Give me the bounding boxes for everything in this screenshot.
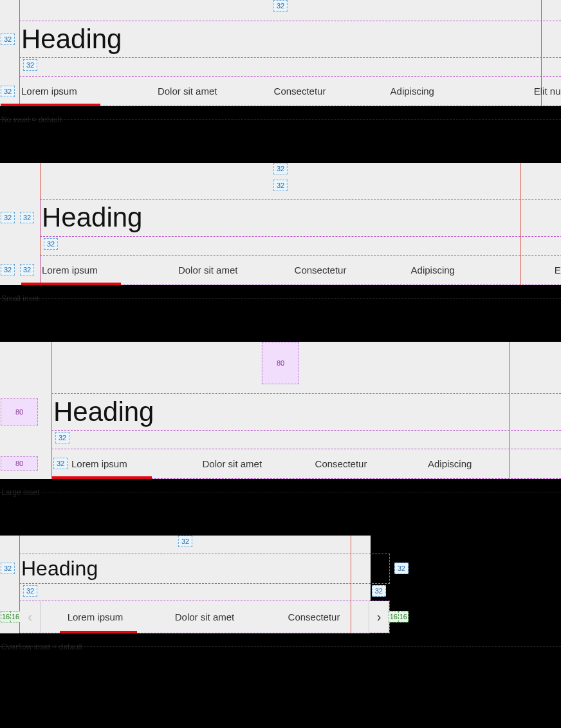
spacing-badge-right: 32 [394, 563, 409, 574]
spacing-badge-arrow-right-inner: 16 [389, 611, 399, 622]
tab-3[interactable]: Consectetur [259, 608, 369, 626]
tabs-row: 32 32 Lorem ipsum Dolor sit amet Consect… [40, 255, 561, 285]
active-tab-underline [1, 104, 100, 106]
spacing-badge-left: 32 [1, 33, 15, 45]
page-heading: Heading [20, 557, 389, 581]
example-caption-2: Small inset [0, 290, 561, 342]
example-caption-3: Large inset [0, 484, 561, 536]
spacing-badge-top-inner: 32 [273, 180, 288, 191]
tab-2[interactable]: Dolor sit amet [178, 454, 286, 473]
tabs-scroll-left[interactable]: ‹ [20, 601, 41, 633]
tab-3[interactable]: Consectetur [286, 454, 395, 473]
example-caption-1: No inset = default [0, 111, 561, 163]
spacing-badge-tabs-left: 32 [1, 86, 15, 97]
spacing-badge-left-inner: 32 [20, 212, 34, 223]
page-heading: Heading [52, 397, 561, 427]
tab-2[interactable]: Dolor sit amet [150, 608, 259, 626]
active-tab-underline [60, 631, 137, 633]
spacing-badge-left: 32 [1, 563, 15, 574]
active-tab-underline [52, 476, 152, 479]
spacing-badge-arrow-left-inner: 16 [10, 611, 21, 622]
tab-1[interactable]: Lorem ipsum [52, 454, 178, 473]
spacing-badge-left: 80 [1, 398, 38, 425]
tabs-row: 32 Lorem ipsum Dolor sit amet Consectetu… [19, 76, 561, 106]
spacing-badge-inner-left: 32 [44, 238, 58, 250]
spacing-badge-tabs-left-outer: 80 [1, 456, 38, 471]
tab-1[interactable]: Lorem ipsum [41, 608, 150, 626]
page-heading: Heading [20, 24, 561, 55]
chevron-right-icon: › [377, 610, 382, 624]
tabs-row: 80 32 Lorem ipsum Dolor sit amet Consect… [51, 449, 561, 479]
tab-3[interactable]: Consectetur [264, 261, 377, 279]
tab-1[interactable]: Lorem ipsum [20, 82, 131, 100]
chevron-left-icon: ‹ [28, 610, 32, 624]
spacing-badge-inner-left: 32 [23, 585, 37, 597]
spacing-badge-left-outer: 32 [1, 212, 15, 223]
spacing-badge-tabs-left-outer: 32 [1, 264, 15, 275]
spacing-badge-inner-right: 32 [372, 585, 386, 597]
spacing-badge-arrow-left-outer: 16 [1, 611, 11, 622]
spacing-badge-top-outer: 32 [273, 163, 288, 174]
spacing-badge-inner-left: 32 [23, 59, 37, 71]
tabs-row-overflow: 16 16 ‹ Lorem ipsum Dolor sit amet Conse… [19, 601, 390, 633]
tab-4[interactable]: Adipiscing [376, 261, 489, 279]
tab-5[interactable]: Elit nullam [489, 261, 561, 279]
spacing-badge-inner-left: 32 [55, 432, 69, 443]
spacing-badge-tabs-left-inner: 32 [20, 264, 34, 275]
spacing-badge-top: 32 [273, 0, 288, 12]
page-heading: Heading [41, 202, 561, 233]
active-tab-underline [21, 283, 121, 285]
tab-4[interactable]: Adipiscing [396, 454, 504, 473]
tab-3[interactable]: Consectetur [244, 82, 356, 100]
tabs-scroll-right[interactable]: › [369, 601, 389, 633]
spacing-badge-arrow-right-outer: 16 [398, 611, 409, 622]
tab-2[interactable]: Dolor sit amet [152, 261, 264, 279]
tab-4[interactable]: Adipiscing [356, 82, 468, 100]
spacing-badge-top: 32 [178, 536, 192, 547]
example-caption-4: Overflow inset = default [0, 639, 561, 657]
spacing-badge-top: 80 [262, 342, 299, 384]
tab-2[interactable]: Dolor sit amet [131, 82, 244, 100]
tab-5[interactable]: Elit nullam [468, 82, 561, 100]
tab-1[interactable]: Lorem ipsum [41, 261, 152, 279]
tab-5[interactable]: Elit nullam [504, 454, 561, 473]
